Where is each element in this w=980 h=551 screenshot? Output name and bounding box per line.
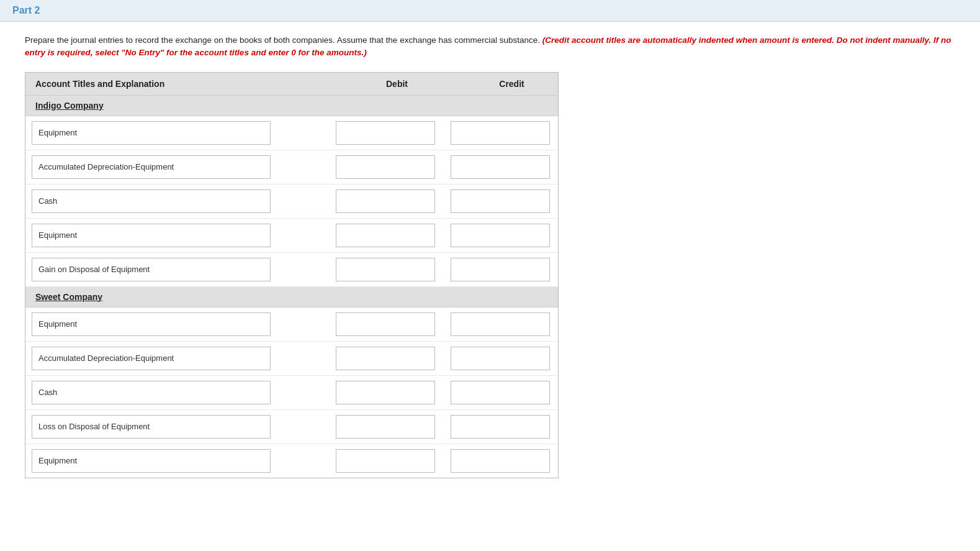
debit-input[interactable] [336, 415, 435, 439]
credit-input[interactable] [451, 449, 550, 473]
col-header-credit: Credit [454, 79, 569, 89]
account-field-wrapper [32, 224, 336, 247]
credit-input[interactable] [451, 189, 550, 213]
account-input[interactable] [32, 381, 271, 404]
account-input[interactable] [32, 415, 271, 439]
credit-field-wrapper [451, 258, 565, 281]
debit-input[interactable] [336, 189, 435, 213]
credit-field-wrapper [451, 224, 565, 247]
section-indigo-header: Indigo Company [25, 96, 558, 116]
account-input[interactable] [32, 449, 271, 473]
credit-field-wrapper [451, 415, 565, 439]
debit-field-wrapper [336, 347, 451, 370]
debit-input[interactable] [336, 312, 435, 336]
debit-field-wrapper [336, 381, 451, 404]
debit-input[interactable] [336, 449, 435, 473]
journal-table: Account Titles and Explanation Debit Cre… [25, 72, 559, 478]
account-field-wrapper [32, 312, 336, 336]
credit-field-wrapper [451, 189, 565, 213]
account-field-wrapper [32, 449, 336, 473]
sweet-label: Sweet Company [35, 292, 102, 302]
table-header-row: Account Titles and Explanation Debit Cre… [25, 73, 558, 96]
part-title: Part 2 [12, 5, 40, 16]
debit-input[interactable] [336, 155, 435, 179]
debit-input[interactable] [336, 121, 435, 145]
table-row [25, 184, 558, 219]
credit-input[interactable] [451, 224, 550, 247]
instructions: Prepare the journal entries to record th… [0, 22, 980, 72]
col-header-account: Account Titles and Explanation [35, 79, 339, 89]
debit-field-wrapper [336, 155, 451, 179]
journal-table-wrapper: Account Titles and Explanation Debit Cre… [0, 72, 980, 497]
credit-field-wrapper [451, 155, 565, 179]
credit-input[interactable] [451, 155, 550, 179]
credit-field-wrapper [451, 449, 565, 473]
account-field-wrapper [32, 381, 336, 404]
credit-input[interactable] [451, 312, 550, 336]
debit-input[interactable] [336, 381, 435, 404]
debit-field-wrapper [336, 415, 451, 439]
account-input[interactable] [32, 347, 271, 370]
account-field-wrapper [32, 258, 336, 281]
indigo-label: Indigo Company [35, 101, 104, 111]
table-row [25, 116, 558, 150]
table-row [25, 410, 558, 444]
debit-field-wrapper [336, 121, 451, 145]
debit-field-wrapper [336, 224, 451, 247]
credit-field-wrapper [451, 312, 565, 336]
section-sweet-header: Sweet Company [25, 287, 558, 307]
table-row [25, 342, 558, 376]
debit-field-wrapper [336, 189, 451, 213]
table-row [25, 150, 558, 184]
account-input[interactable] [32, 155, 271, 179]
account-field-wrapper [32, 121, 336, 145]
col-header-debit: Debit [339, 79, 454, 89]
credit-input[interactable] [451, 415, 550, 439]
debit-field-wrapper [336, 449, 451, 473]
part-header: Part 2 [0, 0, 980, 22]
debit-field-wrapper [336, 258, 451, 281]
credit-input[interactable] [451, 258, 550, 281]
page-container: Part 2 Prepare the journal entries to re… [0, 0, 980, 551]
debit-field-wrapper [336, 312, 451, 336]
account-field-wrapper [32, 189, 336, 213]
credit-field-wrapper [451, 347, 565, 370]
debit-input[interactable] [336, 347, 435, 370]
credit-field-wrapper [451, 381, 565, 404]
credit-input[interactable] [451, 121, 550, 145]
table-row [25, 253, 558, 287]
credit-input[interactable] [451, 347, 550, 370]
account-field-wrapper [32, 155, 336, 179]
account-field-wrapper [32, 415, 336, 439]
debit-input[interactable] [336, 224, 435, 247]
credit-input[interactable] [451, 381, 550, 404]
account-field-wrapper [32, 347, 336, 370]
account-input[interactable] [32, 312, 271, 336]
instruction-main: Prepare the journal entries to record th… [25, 35, 540, 45]
account-input[interactable] [32, 189, 271, 213]
table-row [25, 219, 558, 253]
table-row [25, 444, 558, 478]
table-row [25, 307, 558, 342]
account-input[interactable] [32, 258, 271, 281]
table-row [25, 376, 558, 410]
credit-field-wrapper [451, 121, 565, 145]
account-input[interactable] [32, 224, 271, 247]
account-input[interactable] [32, 121, 271, 145]
debit-input[interactable] [336, 258, 435, 281]
